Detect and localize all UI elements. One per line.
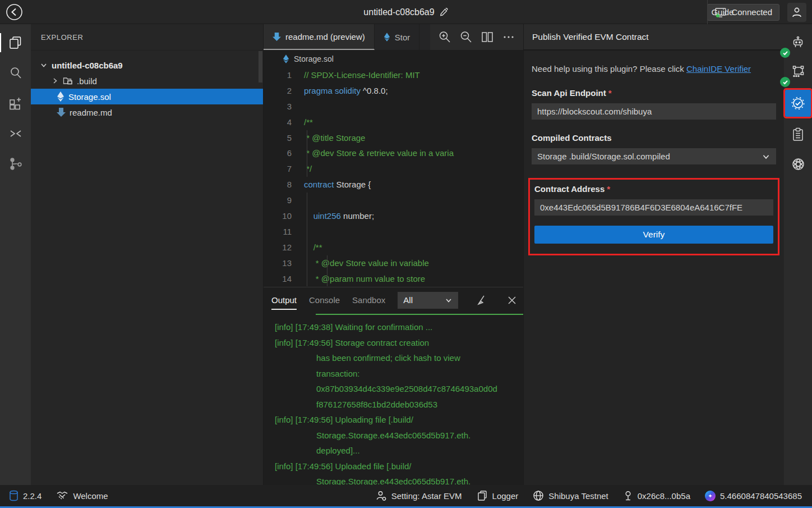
- verifier-plugin-panel: Publish Verified EVM Contract Need help …: [523, 24, 784, 485]
- welcome-item[interactable]: Welcome: [56, 490, 108, 501]
- log-line: f876127658f8c1bd2ddeb036d53: [275, 397, 523, 413]
- line-number: 4: [264, 115, 304, 130]
- code-token: pragma solidity: [304, 86, 361, 95]
- database-icon: [9, 490, 19, 501]
- log-hash-link[interactable]: 0x87b03934d4c339e9e2508d47c8746493a0d0d: [275, 381, 523, 397]
- explorer-scrollbar[interactable]: [259, 51, 262, 83]
- more-actions-button[interactable]: [502, 30, 515, 44]
- code-token: ^0.8.0;: [361, 86, 388, 95]
- zoom-in-button[interactable]: [438, 30, 451, 44]
- code-line: 9: [264, 193, 523, 208]
- folder-icon: [63, 76, 73, 85]
- code-line: 3: [264, 99, 523, 115]
- edit-title-icon[interactable]: [439, 7, 449, 17]
- chainide-verifier-link[interactable]: ChainIDE Verifier: [686, 64, 751, 74]
- split-editor-button[interactable]: [481, 30, 494, 44]
- markdown-download-icon: [273, 32, 281, 42]
- plugin-manager-activity-button[interactable]: [3, 90, 29, 116]
- code-line: 2pragma solidity ^0.8.0;: [264, 83, 523, 99]
- openai-plugin-button[interactable]: [785, 151, 811, 177]
- tree-item-build[interactable]: .build: [31, 73, 263, 89]
- tab-label: Stor: [395, 33, 410, 42]
- log-line: Storage.Storage.e443edc065d5b917.eth.: [275, 474, 523, 485]
- version-item[interactable]: 2.2.4: [9, 490, 41, 501]
- scan-api-input[interactable]: [532, 103, 776, 120]
- check-icon: [782, 79, 788, 85]
- contract-address-label-text: Contract Address: [534, 184, 605, 194]
- breadcrumb[interactable]: Storage.sol: [264, 50, 523, 67]
- contract-address-input[interactable]: [534, 199, 773, 216]
- network-item[interactable]: Shibuya Testnet: [533, 490, 608, 501]
- output-log[interactable]: [info] [17:49:38] Waiting for confirmati…: [264, 313, 523, 485]
- verifier-plugin-button[interactable]: [785, 88, 811, 118]
- clipboard-icon: [791, 127, 805, 143]
- setting-item[interactable]: Setting: Astar EVM: [376, 490, 462, 501]
- project-title-wrap: untitled-c08cb6a9: [0, 0, 812, 24]
- ai-assistant-plugin-button[interactable]: [785, 30, 811, 56]
- chevron-down-icon: [40, 61, 48, 69]
- tab-readme-preview[interactable]: readme.md (preview): [264, 24, 375, 50]
- search-activity-button[interactable]: [3, 60, 29, 86]
- code-token: uint256: [313, 211, 341, 221]
- indent-guide: [307, 130, 307, 146]
- line-number: 10: [264, 208, 304, 224]
- code-token: contract: [304, 180, 334, 189]
- code-token: */: [304, 164, 312, 173]
- code-text: * @dev Store & retrieve value in a varia: [304, 145, 523, 161]
- clear-log-button[interactable]: [476, 294, 488, 306]
- explorer-header: EXPLORER: [31, 24, 263, 51]
- log-line: [info] [17:49:56] Storage contract creat…: [275, 335, 523, 351]
- code-token: * @title Storage: [304, 133, 365, 143]
- code-token: * @dev Store value in variable: [304, 258, 429, 268]
- log-line: [info] [17:49:38] Waiting for confirmati…: [275, 319, 523, 335]
- astar-token-icon: ✦: [705, 491, 716, 501]
- status-left-group: 2.2.4 Welcome: [9, 490, 108, 501]
- compiled-contracts-select[interactable]: Storage .build/Storage.sol.compiled: [532, 148, 776, 164]
- chevron-down-icon: [445, 296, 453, 304]
- tree-item-storage-sol[interactable]: Storage.sol: [31, 89, 263, 104]
- close-panel-button[interactable]: [506, 295, 518, 306]
- close-icon: [506, 295, 518, 306]
- logger-item[interactable]: Logger: [477, 490, 519, 501]
- zoom-out-icon: [459, 30, 473, 44]
- collapse-icon: [8, 126, 23, 141]
- ethereum-icon: [384, 32, 390, 42]
- collapse-activity-button[interactable]: [3, 121, 29, 147]
- verified-seal-icon: [790, 95, 806, 112]
- code-line: 4/**: [264, 115, 523, 130]
- plugin-help-text: Need help using this plugin? Please clic…: [532, 64, 776, 74]
- verify-button[interactable]: Verify: [534, 226, 773, 244]
- guide-button[interactable]: Guide: [707, 0, 708, 24]
- code-text: [304, 99, 523, 115]
- contract-list-plugin-button[interactable]: [785, 122, 811, 148]
- code-token: * @dev Store & retrieve value in a varia: [304, 148, 454, 158]
- tab-output[interactable]: Output: [271, 287, 297, 313]
- tree-item-readme-md[interactable]: readme.md: [31, 104, 263, 120]
- log-partial-line: [316, 314, 523, 315]
- tab-storage-sol[interactable]: Stor: [375, 24, 420, 50]
- wallet-address-item[interactable]: 0x26c8...0b5a: [623, 490, 690, 501]
- code-line: 10 uint256 number;: [264, 208, 523, 224]
- tree-root-folder[interactable]: untitled-c08cb6a9: [31, 57, 263, 73]
- tab-console[interactable]: Console: [309, 287, 340, 313]
- tab-sandbox[interactable]: Sandbox: [352, 287, 385, 313]
- indent-guide: [307, 193, 307, 208]
- code-line: 8contract Storage {: [264, 177, 523, 193]
- tree-item-label: readme.md: [70, 108, 112, 117]
- git-activity-button[interactable]: [3, 151, 29, 177]
- design-plugin-button[interactable]: [785, 59, 811, 85]
- log-line: Storage.Storage.e443edc065d5b917.eth.: [275, 428, 523, 443]
- log-filter-select[interactable]: All: [398, 292, 458, 309]
- line-number: 5: [264, 130, 304, 146]
- file-tree: untitled-c08cb6a9 .build Storage.sol rea…: [31, 51, 263, 120]
- code-text: /**: [304, 240, 523, 255]
- topbar-right: Guide Connected: [707, 0, 806, 24]
- explorer-activity-button[interactable]: [3, 30, 29, 56]
- avatar[interactable]: [787, 3, 806, 22]
- pages-icon: [477, 490, 488, 501]
- zoom-out-button[interactable]: [459, 30, 473, 44]
- code-editor[interactable]: 1// SPDX-License-Identifier: MIT2pragma …: [264, 67, 523, 287]
- balance-item[interactable]: ✦ 5.4660847840543685: [705, 491, 802, 501]
- line-number: 2: [264, 83, 304, 99]
- wallet-address-label: 0x26c8...0b5a: [638, 491, 690, 501]
